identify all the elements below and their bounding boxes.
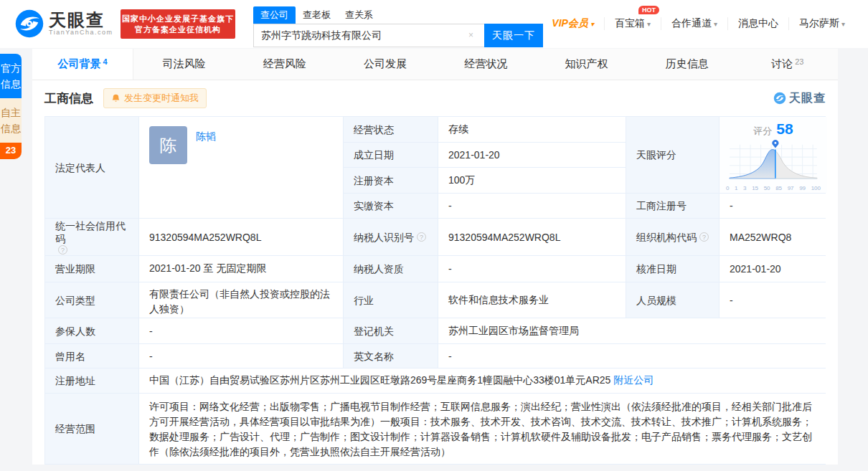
insured-label: 参保人数 [45,318,138,343]
side-tab-self-info[interactable]: 自主信息 [0,98,22,143]
paid-capital-label: 实缴资本 [344,194,438,218]
nav-user-menu[interactable]: 马尔萨斯▾ [788,17,855,30]
tab-operating-risk[interactable]: 经营风险 [235,49,335,80]
badge-line1: 国家中小企业发展子基金旗下 [121,14,235,24]
logo-text: 天眼查 TianYanCha.com [49,11,113,36]
help-icon[interactable]: ? [417,232,426,242]
nav-message-center[interactable]: 消息中心 [727,17,788,30]
help-icon[interactable]: ? [58,245,67,254]
paid-capital-value: - [438,194,626,218]
score-chart-cell[interactable]: 评分 58 [720,117,827,193]
search-button[interactable]: 天眼一下 [484,24,543,47]
section-title: 工商信息 [44,90,93,107]
credit-code-value: 91320594MA252WRQ8L [139,219,343,255]
est-date-label: 成立日期 [344,143,438,167]
org-code-label: 组织机构代码? [626,219,719,255]
industry-value: 软件和信息技术服务业 [438,282,626,318]
scope-label: 经营范围 [45,394,138,464]
insured-value: - [139,318,343,343]
approval-date-value: 2021-01-20 [720,256,827,282]
logo-domain: TianYanCha.com [49,29,113,36]
former-name-value: - [139,344,343,368]
company-type-label: 公司类型 [45,282,138,318]
notify-on-change-button[interactable]: 发生变更时通知我 [103,88,207,108]
legal-rep-avatar[interactable]: 陈 [149,126,187,164]
tab-intellectual-property[interactable]: 知识产权 [536,49,636,80]
nav-toolbox[interactable]: HOT百宝箱▾ [604,17,661,30]
tianyancha-watermark-icon [773,92,786,105]
nav-vip-member[interactable]: VIP会员▾ [542,17,604,30]
tab-judicial-risk[interactable]: 司法风险 [133,49,234,80]
tab-operating-status[interactable]: 经营状况 [435,49,536,80]
nav-cooperation[interactable]: 合作通道▾ [661,17,727,30]
est-date-value: 2021-01-20 [438,143,626,167]
search-input[interactable] [253,24,484,47]
tianyancha-logo[interactable]: 天眼查 TianYanCha.com [14,9,113,39]
reg-authority-label: 登记机关 [344,318,438,343]
help-icon[interactable]: ? [699,232,709,242]
tab-company-development[interactable]: 公司发展 [335,49,435,80]
org-code-value: MA252WRQ8 [720,219,827,255]
staff-size-label: 人员规模 [626,282,719,318]
top-nav: VIP会员▾ HOT百宝箱▾ 合作通道▾ 消息中心 马尔萨斯▾ [542,17,855,30]
tab-discussion[interactable]: 讨论23 [737,49,838,80]
search-tab-company[interactable]: 查公司 [253,6,296,24]
score-label: 天眼评分 [626,117,719,193]
legal-rep-link[interactable]: 陈韬 [196,130,216,143]
score-value: 58 [776,120,793,138]
reg-no-value: - [720,194,827,218]
reg-authority-value: 苏州工业园区市场监督管理局 [438,318,827,343]
chevron-down-icon: ▾ [841,20,845,28]
term-label: 营业期限 [45,256,138,282]
search-block: 查公司 查老板 查关系 × 天眼一下 [253,7,555,47]
side-tab-official-info[interactable]: 官方信息 [0,54,22,98]
search-tab-relation[interactable]: 查关系 [338,6,380,24]
section-header: 工商信息 发生变更时通知我 天眼查 [32,80,838,116]
self-info-count-badge[interactable]: 23 [0,143,22,159]
taxpayer-quality-label: 纳税人资质 [344,256,438,282]
nearby-companies-link[interactable]: 附近公司 [613,374,654,387]
taxpayer-id-value: 91320594MA252WRQ8L [438,219,626,255]
score-distribution-chart: 0 1 3 15 50 85 97 99 100 [725,139,821,191]
tab-history-info[interactable]: 历史信息 [637,49,737,80]
approval-date-label: 核准日期 [626,256,719,282]
reg-no-label: 工商注册号 [626,194,719,218]
former-name-label: 曾用名 [45,344,138,368]
english-name-label: 英文名称 [344,344,438,368]
address-label: 注册地址 [45,368,138,393]
legal-rep-cell: 陈 陈韬 [139,117,343,218]
search-tabs: 查公司 查老板 查关系 [253,7,555,24]
clear-search-icon[interactable]: × [468,30,473,40]
reg-capital-label: 注册资本 [344,168,438,193]
legal-rep-label: 法定代表人 [45,117,138,218]
address-value: 中国（江苏）自由贸易试验区苏州片区苏州工业园区旺墩路269号星座商务1幢圆融中心… [139,368,827,393]
tianyancha-logo-icon [14,9,44,39]
english-name-value: - [438,344,827,368]
company-type-value: 有限责任公司（非自然人投资或控股的法人独资） [139,282,343,318]
status-value: 存续 [438,117,626,142]
term-value: 2021-01-20 至 无固定期限 [139,256,343,282]
bell-icon [111,94,121,103]
tab-company-background[interactable]: 公司背景4 [32,49,133,80]
tianyancha-watermark: 天眼查 [773,91,826,106]
taxpayer-quality-value: - [438,256,626,282]
chevron-down-icon: ▾ [647,20,651,28]
industry-label: 行业 [344,282,438,318]
score-axis-ticks: 0 1 3 15 50 85 97 99 100 [725,184,821,191]
status-label: 经营状态 [344,117,438,142]
side-tabs: 官方信息 自主信息 23 [0,54,22,159]
top-header: 天眼查 TianYanCha.com 国家中小企业发展子基金旗下 官方备案企业征… [0,0,868,48]
company-tabbar: 公司背景4 司法风险 经营风险 公司发展 经营状况 知识产权 历史信息 讨论23 [32,49,838,80]
taxpayer-id-label: 纳税人识别号? [344,219,438,255]
watermark-text: 天眼查 [789,91,826,106]
reg-capital-value: 100万 [438,168,626,193]
business-info-table: 法定代表人 陈 陈韬 经营状态 存续 成立日期 2021-01-20 注册资本 … [44,116,826,465]
staff-size-value: - [720,282,827,318]
chevron-down-icon: ▾ [590,20,594,28]
logo-title: 天眼查 [49,11,113,29]
main-card: 公司背景4 司法风险 经营风险 公司发展 经营状况 知识产权 历史信息 讨论23… [32,49,838,465]
government-badge: 国家中小企业发展子基金旗下 官方备案企业征信机构 [121,9,235,39]
chevron-down-icon: ▾ [714,20,717,28]
badge-line2: 官方备案企业征信机构 [121,24,235,35]
search-tab-boss[interactable]: 查老板 [296,6,338,24]
